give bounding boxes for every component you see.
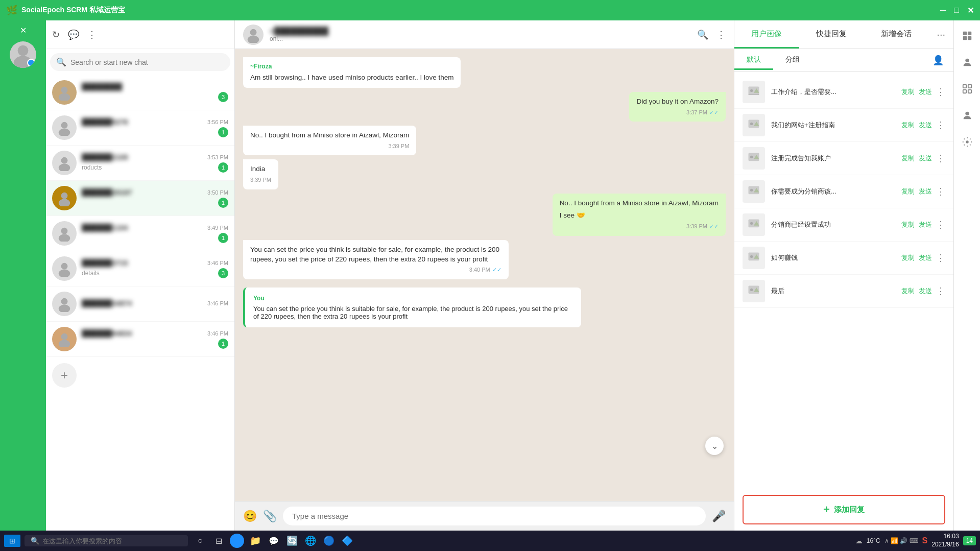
message-text: No.. I bought from a Miniso store in Aiz… (560, 199, 719, 208)
search-icon[interactable]: 🔍 (697, 29, 708, 40)
list-item[interactable]: ██████34874 3:46 PM (46, 286, 234, 322)
svg-rect-44 (963, 36, 966, 40)
minimize-button[interactable]: ─ (940, 6, 946, 15)
taskbar-widget-icon[interactable]: ⊟ (210, 533, 227, 549)
taskbar-wechat-icon[interactable]: 💬 (266, 533, 282, 549)
svg-point-18 (250, 29, 257, 35)
start-button[interactable]: ⊞ (4, 535, 20, 547)
qr-more-icon[interactable]: ⋮ (936, 285, 945, 297)
more-tabs-icon[interactable]: ··· (928, 29, 953, 40)
copy-button[interactable]: 复制 (901, 253, 915, 262)
taskbar-green-icon[interactable]: 🔄 (284, 533, 300, 549)
tab-user-portrait[interactable]: 用户画像 (734, 21, 799, 49)
notification-badge[interactable]: 14 (963, 536, 976, 545)
message-bubble: No.. I bought from a Miniso store in Aiz… (553, 194, 726, 236)
copy-button[interactable]: 复制 (901, 154, 915, 163)
subtab-default[interactable]: 默认 (734, 51, 773, 70)
send-button[interactable]: 发送 (919, 220, 932, 229)
message-input[interactable] (283, 507, 706, 525)
copy-button[interactable]: 复制 (901, 286, 915, 296)
message-bubble: No.. I bought from a Miniso store in Aiz… (243, 126, 416, 155)
svg-point-9 (59, 199, 70, 206)
red-icon[interactable]: S (922, 536, 928, 545)
copy-button[interactable]: 复制 (901, 121, 915, 130)
user-icon[interactable]: 👤 (929, 51, 947, 69)
send-button[interactable]: 发送 (919, 121, 932, 130)
message-text: Did you buy it on Amazon? (636, 97, 719, 107)
table-row: No.. I bought from a Miniso store in Aiz… (243, 194, 726, 236)
list-item[interactable]: ██████5278 3:56 PM 1 (46, 110, 234, 146)
emoji-icon[interactable]: 😊 (243, 510, 257, 523)
list-item[interactable]: ██████94834 3:46 PM 1 (46, 322, 234, 357)
add-chat-button[interactable]: + (52, 363, 77, 388)
close-button[interactable]: ✕ (967, 6, 974, 15)
search-bar[interactable]: 🔍 (50, 53, 230, 71)
attach-icon[interactable]: 📎 (263, 510, 277, 523)
list-item[interactable]: ████████ 3 (46, 75, 234, 110)
tray-icons[interactable]: ∧ 📶 🔊 ⌨ (885, 537, 918, 544)
list-item[interactable]: ██████20197 3:50 PM 1 (46, 181, 234, 216)
subtab-group[interactable]: 分组 (773, 51, 812, 70)
right-panel-header: 用户画像 快捷回复 新增会话 ··· (734, 20, 953, 49)
message-time: 3:39 PM (388, 142, 409, 150)
message-bubble: You can set the price you think is suita… (243, 240, 509, 279)
add-reply-button[interactable]: + 添加回复 (743, 495, 945, 524)
sidebar-icon-apps[interactable] (958, 80, 976, 98)
svg-point-22 (750, 89, 753, 92)
svg-point-28 (750, 156, 753, 158)
qr-more-icon[interactable]: ⋮ (936, 119, 945, 131)
contact-avatar (243, 25, 264, 45)
send-button[interactable]: 发送 (919, 253, 932, 262)
copy-button[interactable]: 复制 (901, 187, 915, 196)
scroll-down-button[interactable]: ⌄ (705, 437, 724, 455)
taskbar-search-input[interactable] (42, 537, 182, 545)
chat-info: ██████1104 3:49 PM 1 (82, 224, 228, 243)
chat-preview-text: details (82, 270, 100, 277)
sidebar-icon-settings[interactable] (958, 133, 976, 151)
qr-more-icon[interactable]: ⋮ (936, 252, 945, 263)
qr-image (743, 81, 765, 103)
send-button[interactable]: 发送 (919, 187, 932, 196)
qr-more-icon[interactable]: ⋮ (936, 186, 945, 197)
copy-button[interactable]: 复制 (901, 87, 915, 97)
list-item[interactable]: ██████3715 3:46 PM details 3 (46, 251, 234, 286)
list-item[interactable]: ██████2109 3:53 PM roducts 1 (46, 146, 234, 181)
sidebar-icon-contacts[interactable] (958, 53, 976, 71)
qr-text: 最后 (771, 286, 895, 296)
refresh-icon[interactable]: ↻ (52, 29, 60, 40)
user-avatar[interactable] (10, 41, 36, 68)
taskbar-folder-icon[interactable]: 📁 (247, 533, 264, 549)
sidebar-icon-user2[interactable] (958, 106, 976, 125)
taskbar-blue-icon[interactable] (230, 534, 244, 548)
svg-point-6 (61, 157, 68, 164)
tab-new-chat[interactable]: 新增会话 (864, 21, 929, 49)
chat-time: 3:49 PM (207, 225, 228, 231)
send-button[interactable]: 发送 (919, 87, 932, 97)
qr-more-icon[interactable]: ⋮ (936, 153, 945, 164)
maximize-button[interactable]: □ (954, 6, 959, 15)
taskbar-app-icon[interactable]: 🔷 (339, 533, 355, 549)
send-button[interactable]: 发送 (919, 286, 932, 296)
taskbar-edge-icon[interactable]: 🌐 (302, 533, 319, 549)
close-icon[interactable]: ✕ (20, 26, 27, 35)
taskbar-chrome-icon[interactable]: 🔵 (321, 533, 337, 549)
messages-wrapper: ~Firoza Am still browsing.. I have used … (235, 49, 734, 501)
send-button[interactable]: 发送 (919, 154, 932, 163)
more-icon[interactable]: ⋮ (716, 29, 726, 40)
taskbar: ⊞ 🔍 ○ ⊟ 📁 💬 🔄 🌐 🔵 🔷 ☁ 16°C ∧ 📶 🔊 ⌨ S 16:… (0, 531, 980, 551)
tab-quick-reply[interactable]: 快捷回复 (799, 21, 864, 49)
chat-time: 3:46 PM (207, 300, 228, 306)
list-item[interactable]: ██████1104 3:49 PM 1 (46, 216, 234, 251)
unread-badge: 1 (218, 127, 228, 137)
search-input[interactable] (70, 58, 224, 66)
sidebar-icon-1[interactable] (958, 27, 976, 45)
more-icon[interactable]: ⋮ (87, 29, 97, 40)
contact-name: +██████████ (270, 27, 691, 35)
copy-button[interactable]: 复制 (901, 220, 915, 229)
chat-icon[interactable]: 💬 (68, 29, 79, 40)
microphone-icon[interactable]: 🎤 (712, 510, 726, 523)
qr-more-icon[interactable]: ⋮ (936, 219, 945, 230)
taskbar-circle-icon[interactable]: ○ (192, 533, 208, 549)
message-bubble: Did you buy it on Amazon? 3:37 PM✓✓ (629, 92, 726, 122)
qr-more-icon[interactable]: ⋮ (936, 86, 945, 98)
